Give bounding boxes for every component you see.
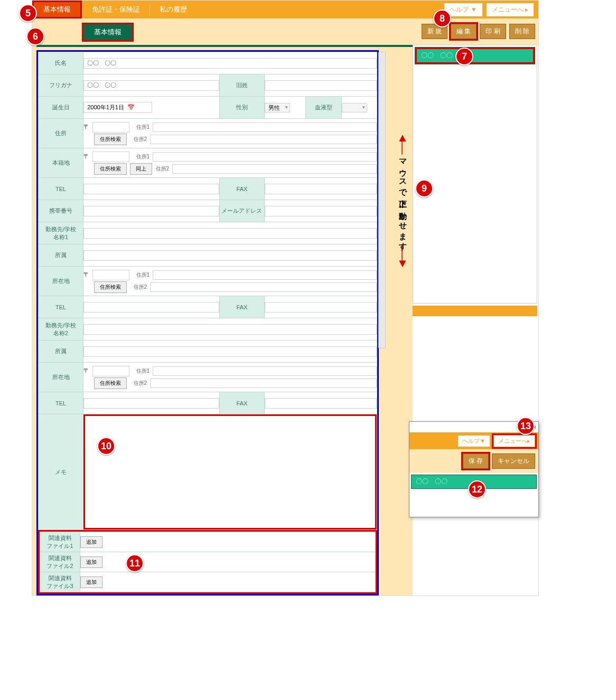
mail-input[interactable] [265,206,377,216]
arrow-down-icon: │▼ [395,249,410,268]
loc1-label: 所在地 [39,267,83,296]
blood-label: 血液型 [306,97,341,119]
sex-select[interactable]: 男性 [265,103,290,112]
arrow-up-icon: ▲│ [395,133,410,152]
memo-highlight [83,414,377,529]
addr-label: 住所 [39,119,83,148]
dept1-input[interactable] [83,250,377,261]
toolbar: 基本情報 新 規 編 集 印 刷 削 除 [32,18,538,45]
honseki-search-button[interactable]: 住所検索 [94,163,127,175]
honseki-label: 本籍地 [39,148,83,178]
file1-add-button[interactable]: 追加 [80,536,102,548]
files-highlight: 関連資料 ファイル1追加 関連資料 ファイル2追加 関連資料 ファイル3追加 [38,530,377,594]
tel-label: TEL [39,178,83,200]
mobile-input[interactable] [83,206,219,216]
blood-select[interactable] [342,103,367,112]
sex-label: 性別 [219,97,264,119]
callout-13: 13 [517,417,535,435]
honseki-addr2-input[interactable] [172,164,377,174]
file1-label: 関連資料 ファイル1 [40,532,80,552]
mail-label: メールアドレス [219,200,264,222]
record-list: 〇〇 〇〇 [413,45,537,304]
tab-history[interactable]: 私の履歴 [150,1,197,18]
file3-label: 関連資料 ファイル3 [40,572,80,592]
loc1-search[interactable]: 住所検索 [94,281,127,293]
dept2-label: 所属 [39,340,83,363]
dept2-input[interactable] [83,346,377,357]
loc1-addr1[interactable] [153,270,377,280]
fax2-input[interactable] [265,302,377,313]
loc2-label: 所在地 [39,363,83,392]
kana-input[interactable] [83,80,219,91]
work2-label: 勤務先/学校 名称2 [39,318,83,340]
name-input[interactable] [83,58,377,69]
top-nav: 基本情報 免許証・保険証 私の履歴 ヘルプ ▼ メニューへ ▸ [32,1,538,18]
menu-button[interactable]: メニューへ ▸ [486,3,534,17]
addr1-label: 住所1 [133,124,150,131]
tel2-label: TEL [39,296,83,318]
addr-search-button[interactable]: 住所検索 [94,134,127,145]
fax3-input[interactable] [265,398,377,409]
scrollbar[interactable] [378,52,386,348]
addr1-input[interactable] [153,122,377,132]
maiden-input[interactable] [265,80,377,91]
loc2-addr2[interactable] [150,379,377,388]
fax-label: FAX [219,178,264,200]
loc1-postal[interactable] [92,270,129,280]
delete-button[interactable]: 削 除 [509,24,535,39]
edit-button[interactable]: 編 集 [451,24,477,39]
honseki-addr1-label: 住所1 [133,153,150,160]
form-panel: 氏名 フリガナ 旧姓 誕生日 [36,50,379,595]
callout-7: 7 [455,48,473,65]
calendar-icon[interactable]: 📅 [127,104,135,111]
file3-add-button[interactable]: 追加 [80,576,102,588]
postal-mark: 〒 [83,123,89,131]
scroll-hint-text: マウスで上下に動かせます [398,154,408,247]
tel-input[interactable] [83,184,219,194]
addr2-label: 住所2 [130,136,147,143]
subtab-basic[interactable]: 基本情報 [82,23,134,42]
maiden-label: 旧姓 [219,74,264,97]
tel3-input[interactable] [83,398,219,409]
tel2-input[interactable] [83,302,219,313]
tab-license[interactable]: 免許証・保険証 [82,1,150,18]
loc2-addr1[interactable] [153,366,377,376]
honseki-postal-input[interactable] [92,152,129,162]
addr2-input[interactable] [150,135,377,144]
edit-popup: — × ヘルプ▼ メニューへ▸ 保 存 キャンセル 〇〇 〇〇 [409,421,539,517]
popup-help-button[interactable]: ヘルプ▼ [458,435,490,447]
cancel-button[interactable]: キャンセル [492,453,535,469]
work2-input[interactable] [83,324,377,335]
callout-5: 5 [19,4,37,22]
tel3-label: TEL [39,392,83,414]
postal-mark-2: 〒 [83,153,89,160]
record-item[interactable]: 〇〇 〇〇 [415,48,535,64]
callout-9: 9 [415,179,433,197]
scroll-hint: ▲│ マウスで上下に動かせます │▼ [395,133,410,268]
memo-textarea[interactable] [85,416,375,528]
loc1-addr2[interactable] [150,282,377,292]
birth-label: 誕生日 [39,97,83,119]
print-button[interactable]: 印 刷 [480,24,506,39]
kana-label: フリガナ [39,74,83,97]
callout-6: 6 [26,27,44,45]
tab-basic-info[interactable]: 基本情報 [32,1,82,18]
loc2-search[interactable]: 住所検索 [94,377,127,389]
fax3-label: FAX [219,392,264,414]
addr-postal-input[interactable] [92,122,129,133]
work1-input[interactable] [83,228,377,239]
file2-add-button[interactable]: 追加 [80,556,102,568]
mobile-label: 携帯番号 [39,200,83,222]
honseki-addr1-input[interactable] [153,152,377,162]
fax2-label: FAX [219,296,264,318]
ditto-button[interactable]: 同上 [130,163,152,175]
birth-date-picker[interactable]: 2000年1月1日 📅 [83,102,152,113]
memo-label: メモ [39,414,83,530]
fax-input[interactable] [265,184,377,194]
dept1-label: 所属 [39,244,83,267]
birth-value: 2000年1月1日 [87,103,124,111]
popup-menu-button[interactable]: メニューへ▸ [493,435,535,447]
name-label: 氏名 [39,52,83,74]
save-button[interactable]: 保 存 [463,453,489,469]
loc2-postal[interactable] [92,366,129,376]
